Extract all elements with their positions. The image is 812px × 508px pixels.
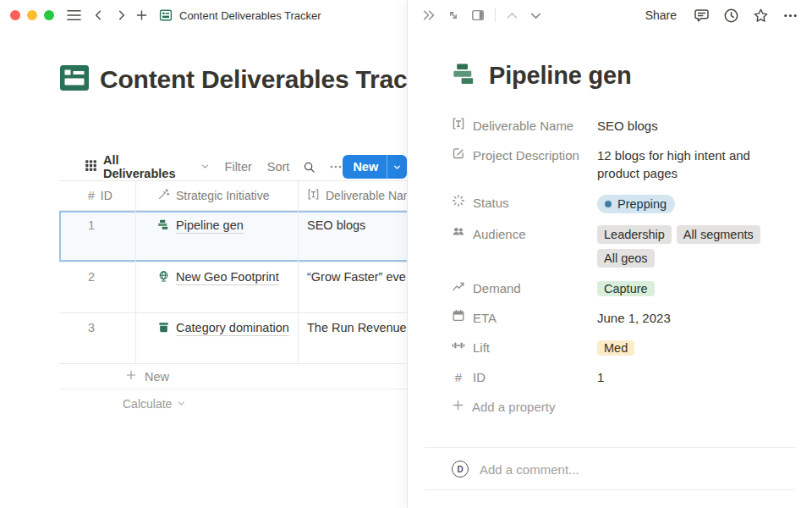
table-row[interactable]: 2 New Geo Footprint “Grow Faster” eve (59, 262, 407, 313)
back-icon[interactable] (93, 9, 104, 21)
add-row-button[interactable]: New (59, 364, 407, 389)
tag[interactable]: Med (597, 340, 634, 356)
view-tab-all-deliverables[interactable]: All Deliverables (85, 153, 210, 180)
title-bar: Content Deliverables Tracker (0, 0, 407, 30)
side-peek-icon[interactable] (471, 8, 485, 22)
property-value[interactable]: Capture (597, 279, 785, 297)
cell-strategic-initiative[interactable]: New Geo Footprint (135, 262, 298, 312)
expand-icon[interactable] (447, 8, 460, 22)
property-value[interactable]: Med (597, 339, 785, 356)
share-button[interactable]: Share (645, 8, 677, 22)
calendar-icon (452, 309, 465, 327)
column-header-deliverable-name[interactable]: Deliverable Name (298, 181, 407, 210)
comment-input[interactable]: Add a comment... (480, 462, 579, 477)
more-icon[interactable] (329, 160, 343, 174)
column-header-strategic-initiative[interactable]: Strategic Initiative (135, 181, 298, 210)
cell-id[interactable]: 3 (59, 313, 135, 363)
star-icon[interactable] (753, 8, 769, 24)
property-row-lift: Lift Med (452, 333, 785, 362)
property-label[interactable]: Audience (452, 225, 597, 243)
cell-id[interactable]: 1 (59, 211, 135, 262)
property-value[interactable]: Prepping (597, 194, 785, 213)
database-icon (159, 8, 173, 22)
sidebar-toggle-icon[interactable] (67, 9, 81, 21)
stack-icon (157, 321, 170, 336)
cell-id[interactable]: 2 (59, 262, 135, 312)
relation-link[interactable]: New Geo Footprint (157, 270, 279, 285)
chevron-down-icon (177, 397, 186, 411)
double-chevron-right-icon[interactable] (422, 8, 436, 22)
property-label[interactable]: Lift (452, 339, 597, 356)
cell-deliverable-name[interactable]: The Run Revenue S (298, 313, 407, 363)
property-value[interactable]: June 1, 2023 (597, 309, 785, 327)
property-row-deliverable-name: Deliverable Name SEO blogs (452, 111, 785, 141)
forward-icon[interactable] (116, 9, 127, 21)
page-title-text: Content Deliverables Tracker (100, 65, 407, 94)
property-label[interactable]: ETA (452, 309, 597, 327)
hash-icon: # (88, 189, 95, 202)
page-database-icon (59, 63, 90, 97)
add-property-button[interactable]: Add a property (452, 392, 785, 422)
new-record-button[interactable]: New (343, 155, 407, 179)
table-view-icon (85, 159, 97, 175)
tag[interactable]: All segments (677, 225, 760, 244)
property-row-eta: ETA June 1, 2023 (452, 303, 785, 333)
side-peek-header: Share (408, 0, 812, 30)
chevron-up-icon[interactable] (506, 9, 518, 22)
new-button-dropdown[interactable] (387, 155, 407, 179)
status-dot-icon (605, 201, 612, 207)
sort-button[interactable]: Sort (267, 160, 290, 174)
new-tab-icon[interactable] (136, 9, 147, 21)
close-window-button[interactable] (10, 10, 20, 20)
relation-link[interactable]: Category domination (157, 321, 289, 336)
view-toolbar: All Deliverables Filter Sort New (0, 154, 407, 179)
table-row[interactable]: 1 Pipeline gen SEO blogs (59, 211, 407, 262)
edit-icon (452, 146, 465, 164)
more-icon[interactable] (782, 8, 798, 24)
zoom-window-button[interactable] (44, 10, 54, 20)
bar-steps-icon (452, 61, 478, 91)
page-title[interactable]: Content Deliverables Tracker (59, 63, 407, 97)
chevron-down-icon[interactable] (529, 9, 542, 22)
comment-section-divider (425, 489, 795, 490)
minimize-window-button[interactable] (27, 10, 37, 20)
property-label[interactable]: Project Description (452, 146, 597, 164)
hash-icon: # (452, 368, 465, 386)
property-label[interactable]: Demand (452, 279, 597, 297)
tag[interactable]: Leadership (597, 225, 672, 244)
dumbbell-icon (452, 339, 465, 356)
cell-strategic-initiative[interactable]: Category domination (135, 313, 298, 363)
status-burst-icon (452, 194, 465, 212)
tag[interactable]: All geos (597, 249, 655, 268)
filter-button[interactable]: Filter (225, 160, 252, 174)
cell-deliverable-name[interactable]: “Grow Faster” eve (298, 262, 407, 312)
tag[interactable]: Capture (597, 281, 655, 296)
relation-link[interactable]: Pipeline gen (157, 218, 244, 234)
table-row[interactable]: 3 Category domination The Run Revenue S (59, 313, 407, 364)
cell-strategic-initiative[interactable]: Pipeline gen (135, 211, 298, 262)
cell-deliverable-name[interactable]: SEO blogs (298, 211, 407, 262)
property-value[interactable]: SEO blogs (597, 117, 785, 135)
property-row-demand: Demand Capture (452, 273, 785, 303)
record-title-text: Pipeline gen (489, 62, 631, 90)
property-value[interactable]: 12 blogs for high intent and product pag… (597, 146, 785, 182)
record-detail: Pipeline gen Deliverable Name SEO blogs (408, 30, 812, 490)
record-title[interactable]: Pipeline gen (452, 61, 785, 91)
view-name: All Deliverables (103, 153, 195, 180)
status-badge[interactable]: Prepping (597, 195, 675, 213)
property-label[interactable]: Status (452, 194, 597, 212)
plus-icon (452, 398, 464, 416)
property-label[interactable]: # ID (452, 368, 597, 386)
property-row-project-description: Project Description 12 blogs for high in… (452, 141, 785, 188)
property-label[interactable]: Deliverable Name (452, 117, 597, 135)
property-row-id: # ID 1 (452, 362, 785, 392)
property-value[interactable]: 1 (597, 368, 785, 386)
calculate-button[interactable]: Calculate (59, 389, 407, 418)
app-window: Content Deliverables Tracker Content Del… (0, 0, 812, 508)
column-header-id[interactable]: # ID (59, 181, 135, 210)
search-icon[interactable] (303, 161, 315, 174)
main-panel: Content Deliverables Tracker Content Del… (0, 0, 407, 508)
property-value[interactable]: Leadership All segments All geos (597, 225, 785, 268)
updates-icon[interactable] (723, 8, 739, 24)
comment-icon[interactable] (694, 8, 710, 24)
